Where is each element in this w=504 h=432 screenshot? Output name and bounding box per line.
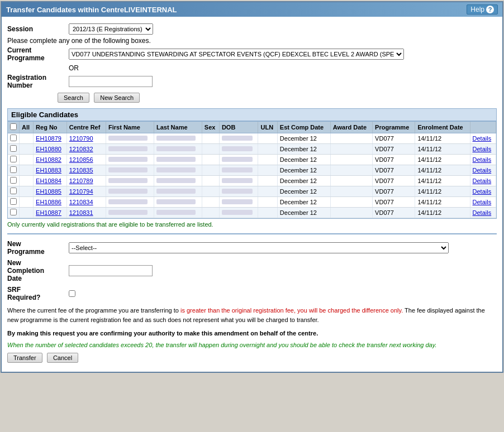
row-checkbox-cell[interactable] bbox=[8, 155, 20, 165]
col-last-name: Last Name bbox=[154, 122, 202, 133]
authority-note: By making this request you are confirmin… bbox=[7, 329, 497, 338]
srf-required-checkbox[interactable] bbox=[69, 290, 75, 297]
table-row: EH10885 1210794 December 12 VD077 14/11/… bbox=[8, 186, 496, 197]
programme-cell: VD077 bbox=[373, 155, 415, 165]
registration-number-input[interactable] bbox=[69, 76, 153, 87]
centre-ref-cell: 1210856 bbox=[66, 155, 106, 165]
details-link[interactable]: Details bbox=[473, 135, 492, 142]
col-est-comp: Est Comp Date bbox=[277, 122, 330, 133]
details-cell[interactable]: Details bbox=[470, 133, 496, 144]
details-cell[interactable]: Details bbox=[470, 155, 496, 165]
row-checkbox[interactable] bbox=[10, 209, 17, 215]
reg-no-cell: EH10882 bbox=[34, 155, 67, 165]
registration-number-label: RegistrationNumber bbox=[7, 74, 69, 89]
cancel-button[interactable]: Cancel bbox=[47, 353, 78, 363]
details-cell[interactable]: Details bbox=[470, 144, 496, 155]
details-cell[interactable]: Details bbox=[470, 165, 496, 176]
fee-note-highlight: is greater than the original registratio… bbox=[180, 307, 403, 314]
details-cell[interactable]: Details bbox=[470, 197, 496, 208]
row-spacer bbox=[20, 165, 34, 176]
reg-no-cell: EH10886 bbox=[34, 197, 67, 208]
main-window: Transfer Candidates within CentreLIVEINT… bbox=[1, 1, 503, 373]
est-comp-cell: December 12 bbox=[277, 208, 330, 218]
uln-cell bbox=[258, 197, 277, 208]
sex-cell bbox=[202, 186, 219, 197]
row-checkbox-cell[interactable] bbox=[8, 197, 20, 208]
row-checkbox[interactable] bbox=[10, 198, 17, 205]
row-checkbox[interactable] bbox=[10, 188, 17, 194]
details-link[interactable]: Details bbox=[473, 177, 492, 184]
transfer-button[interactable]: Transfer bbox=[7, 353, 42, 363]
details-link[interactable]: Details bbox=[473, 209, 492, 216]
candidates-table-container[interactable]: All Reg No Centre Ref First Name Last Na… bbox=[7, 121, 497, 219]
search-button[interactable]: Search bbox=[58, 93, 89, 103]
reg-no-cell: EH10880 bbox=[34, 144, 67, 155]
details-link[interactable]: Details bbox=[473, 188, 492, 195]
sex-cell bbox=[202, 144, 219, 155]
select-all-checkbox[interactable] bbox=[10, 123, 17, 130]
enrolment-date-cell: 14/11/12 bbox=[415, 144, 470, 155]
current-programme-select[interactable]: VD077 UNDERSTANDING STEWARDING AT SPECTA… bbox=[69, 49, 404, 60]
award-date-cell bbox=[330, 165, 372, 176]
srf-required-label: SRFRequired? bbox=[7, 286, 69, 301]
row-checkbox[interactable] bbox=[10, 156, 17, 162]
row-checkbox-cell[interactable] bbox=[8, 144, 20, 155]
row-spacer bbox=[20, 208, 34, 218]
sex-cell bbox=[202, 165, 219, 176]
row-checkbox-cell[interactable] bbox=[8, 208, 20, 218]
details-link[interactable]: Details bbox=[473, 146, 492, 152]
enrolment-date-cell: 14/11/12 bbox=[415, 176, 470, 186]
details-link[interactable]: Details bbox=[473, 167, 492, 174]
row-checkbox[interactable] bbox=[10, 135, 17, 141]
details-link[interactable]: Details bbox=[473, 199, 492, 205]
sex-cell bbox=[202, 208, 219, 218]
sex-cell bbox=[202, 155, 219, 165]
row-spacer bbox=[20, 155, 34, 165]
new-programme-select[interactable]: --Select-- bbox=[69, 242, 449, 253]
fee-note: Where the current fee of the programme y… bbox=[7, 306, 497, 324]
table-row: EH10886 1210834 December 12 VD077 14/11/… bbox=[8, 197, 496, 208]
row-checkbox-cell[interactable] bbox=[8, 176, 20, 186]
dob-cell bbox=[219, 133, 258, 144]
details-link[interactable]: Details bbox=[473, 156, 492, 163]
row-checkbox-cell[interactable] bbox=[8, 165, 20, 176]
award-date-cell bbox=[330, 176, 372, 186]
row-checkbox[interactable] bbox=[10, 145, 17, 152]
dob-cell bbox=[219, 155, 258, 165]
transfer-form: NewProgramme --Select-- NewCompletionDat… bbox=[7, 240, 497, 363]
award-date-cell bbox=[330, 133, 372, 144]
dob-cell bbox=[219, 197, 258, 208]
overnight-note: When the number of selected candidates e… bbox=[7, 342, 497, 348]
dob-cell bbox=[219, 165, 258, 176]
centre-ref-cell: 1210789 bbox=[66, 176, 106, 186]
row-checkbox[interactable] bbox=[10, 166, 17, 173]
first-name-cell bbox=[106, 155, 154, 165]
details-cell[interactable]: Details bbox=[470, 208, 496, 218]
centre-ref-cell: 1210835 bbox=[66, 165, 106, 176]
details-cell[interactable]: Details bbox=[470, 176, 496, 186]
help-icon: ? bbox=[486, 6, 494, 13]
current-programme-label: CurrentProgramme bbox=[7, 46, 69, 62]
uln-cell bbox=[258, 133, 277, 144]
new-search-button[interactable]: New Search bbox=[94, 93, 140, 103]
row-checkbox-cell[interactable] bbox=[8, 186, 20, 197]
table-row: EH10882 1210856 December 12 VD077 14/11/… bbox=[8, 155, 496, 165]
row-spacer bbox=[20, 133, 34, 144]
enrolment-date-cell: 14/11/12 bbox=[415, 133, 470, 144]
row-spacer bbox=[20, 197, 34, 208]
row-checkbox[interactable] bbox=[10, 177, 17, 184]
search-form: Session 2012/13 (E Registrations) Please… bbox=[7, 21, 497, 108]
first-name-cell bbox=[106, 176, 154, 186]
row-checkbox-cell[interactable] bbox=[8, 133, 20, 144]
session-select[interactable]: 2012/13 (E Registrations) bbox=[69, 23, 153, 35]
window-title: Transfer Candidates within CentreLIVEINT… bbox=[6, 6, 177, 14]
centre-ref-cell: 1210794 bbox=[66, 186, 106, 197]
srf-required-row: SRFRequired? bbox=[7, 286, 497, 301]
new-completion-date-input[interactable] bbox=[69, 265, 153, 276]
award-date-cell bbox=[330, 197, 372, 208]
first-name-cell bbox=[106, 165, 154, 176]
col-reg-no: Reg No bbox=[34, 122, 67, 133]
details-cell[interactable]: Details bbox=[470, 186, 496, 197]
help-button[interactable]: Help ? bbox=[467, 4, 498, 15]
centre-ref-cell: 1210832 bbox=[66, 144, 106, 155]
